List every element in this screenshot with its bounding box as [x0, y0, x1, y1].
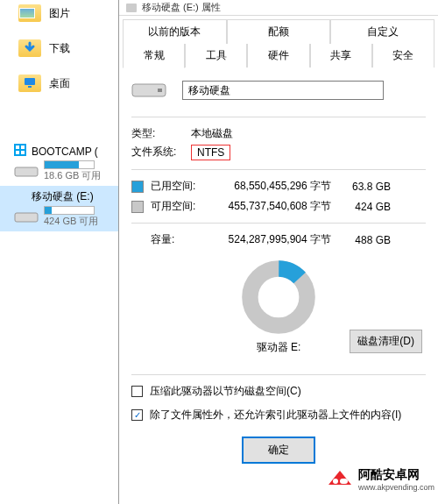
compress-checkbox[interactable]	[131, 386, 143, 397]
tab-hardware[interactable]: 硬件	[247, 44, 309, 67]
svg-rect-3	[16, 146, 19, 149]
downloads-folder-icon	[18, 39, 42, 58]
ok-button[interactable]: 确定	[242, 437, 315, 464]
drive-icon	[14, 209, 39, 226]
svg-rect-1	[28, 86, 32, 88]
label-capacity: 容量:	[131, 232, 201, 247]
used-gb: 63.8 GB	[338, 181, 391, 193]
svg-point-13	[333, 479, 338, 484]
sidebar-drive-removable[interactable]: 移动硬盘 (E:) 424 GB 可用	[0, 186, 118, 231]
label-type: 类型:	[131, 126, 191, 141]
sidebar-item-downloads[interactable]: 下载	[0, 35, 118, 61]
drive-sub: 18.6 GB 可用	[44, 169, 101, 182]
index-label: 除了文件属性外，还允许索引此驱动器上文件的内容(I)	[150, 408, 401, 422]
compress-label: 压缩此驱动器以节约磁盘空间(C)	[150, 384, 301, 399]
svg-rect-5	[16, 151, 19, 154]
tab-strip: 以前的版本 配额 自定义 常规 工具 硬件 共享 安全	[119, 16, 438, 67]
tab-content: 类型: 本地磁盘 文件系统: NTFS 已用空间: 68,550,455,296…	[119, 67, 438, 478]
svg-rect-7	[15, 167, 38, 176]
disk-cleanup-button[interactable]: 磁盘清理(D)	[350, 330, 422, 353]
tab-sharing[interactable]: 共享	[310, 44, 372, 67]
watermark-logo-icon	[325, 467, 355, 492]
dialog-title: 移动硬盘 (E:) 属性	[142, 1, 221, 14]
tab-security[interactable]: 安全	[372, 44, 434, 67]
tab-customize[interactable]: 自定义	[330, 19, 434, 44]
value-filesystem: NTFS	[191, 145, 230, 160]
free-bytes: 455,737,540,608 字节	[208, 199, 331, 214]
svg-rect-0	[25, 78, 35, 85]
svg-rect-14	[340, 479, 348, 484]
capacity-gb: 488 GB	[338, 234, 391, 246]
usage-donut-chart	[241, 259, 316, 335]
sidebar-item-pictures[interactable]: 图片	[0, 0, 118, 26]
tab-general[interactable]: 常规	[123, 44, 185, 68]
sidebar-item-desktop[interactable]: 桌面	[0, 70, 118, 96]
drive-icon	[131, 80, 166, 101]
used-swatch-icon	[131, 181, 144, 193]
sidebar-item-label: 下载	[49, 41, 70, 56]
watermark: 阿酷安卓网 www.akpvending.com	[321, 464, 438, 495]
explorer-sidebar: 图片 下载 桌面 BOOTCAMP ( 18.6 GB	[0, 0, 118, 504]
windows-badge-icon	[14, 144, 26, 159]
drive-name: BOOTCAMP (	[32, 146, 98, 158]
capacity-bytes: 524,287,995,904 字节	[208, 232, 331, 247]
drive-sub: 424 GB 可用	[44, 215, 98, 228]
drive-name: 移动硬盘 (E:)	[32, 189, 94, 204]
drive-icon	[126, 4, 137, 12]
usage-bar	[44, 160, 95, 169]
sidebar-item-label: 图片	[49, 6, 70, 21]
drive-icon	[14, 163, 39, 181]
label-filesystem: 文件系统:	[131, 145, 191, 160]
svg-rect-8	[15, 213, 38, 222]
drive-name-input[interactable]	[182, 81, 384, 100]
svg-rect-4	[21, 146, 25, 149]
svg-rect-10	[158, 89, 162, 92]
label-used: 已用空间:	[151, 179, 201, 194]
value-type: 本地磁盘	[191, 126, 233, 141]
label-free: 可用空间:	[151, 199, 201, 214]
titlebar: 移动硬盘 (E:) 属性	[119, 0, 438, 16]
free-swatch-icon	[131, 201, 144, 213]
usage-bar	[44, 206, 95, 215]
free-gb: 424 GB	[338, 201, 391, 213]
sidebar-item-label: 桌面	[49, 76, 70, 91]
index-checkbox[interactable]: ✓	[131, 409, 143, 421]
pictures-folder-icon	[18, 4, 42, 23]
used-bytes: 68,550,455,296 字节	[208, 179, 331, 194]
desktop-folder-icon	[18, 74, 42, 93]
properties-dialog: 移动硬盘 (E:) 属性 以前的版本 配额 自定义 常规 工具 硬件 共享 安全…	[118, 0, 438, 504]
svg-rect-6	[21, 151, 25, 154]
tab-previous-versions[interactable]: 以前的版本	[123, 19, 227, 44]
watermark-sub: www.akpvending.com	[358, 483, 434, 492]
tab-quota[interactable]: 配额	[227, 19, 331, 44]
sidebar-drive-bootcamp[interactable]: BOOTCAMP ( 18.6 GB 可用	[0, 140, 118, 186]
watermark-text: 阿酷安卓网	[358, 467, 434, 483]
tab-tools[interactable]: 工具	[185, 44, 247, 67]
